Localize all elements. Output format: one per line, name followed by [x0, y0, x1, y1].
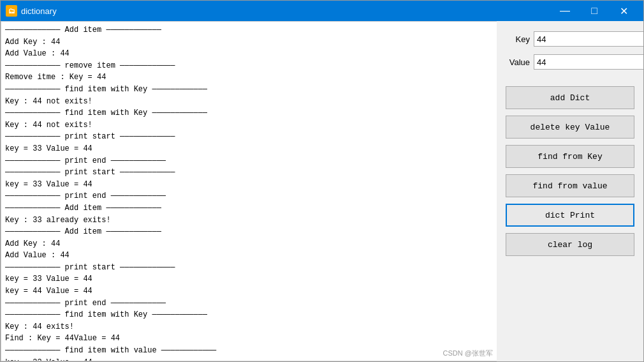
main-window: 🗂 dictionary — □ ✕ ———————————— Add item…	[0, 0, 644, 362]
key-input[interactable]	[534, 31, 643, 47]
content-area: ———————————— Add item ———————————— Add K…	[1, 21, 643, 361]
log-area: ———————————— Add item ———————————— Add K…	[1, 21, 497, 361]
window-title: dictionary	[21, 6, 550, 16]
app-icon: 🗂	[6, 5, 17, 17]
maximize-button[interactable]: □	[580, 1, 609, 21]
delete-key-value-button[interactable]: delete key Value	[506, 116, 634, 139]
window-controls: — □ ✕	[550, 1, 638, 21]
value-label: Value	[506, 57, 530, 67]
key-field-row: Key	[506, 31, 634, 47]
clear-log-button[interactable]: clear log	[506, 233, 634, 256]
watermark: CSDN @张世军	[443, 349, 493, 358]
value-input[interactable]	[534, 54, 643, 70]
sidebar: Key Value add Dict delete key Value find…	[497, 21, 643, 361]
key-label: Key	[506, 34, 530, 44]
log-output[interactable]: ———————————— Add item ———————————— Add K…	[1, 22, 497, 361]
add-dict-button[interactable]: add Dict	[506, 86, 634, 109]
minimize-button[interactable]: —	[550, 1, 580, 21]
find-from-value-button[interactable]: find from value	[506, 174, 634, 197]
title-bar: 🗂 dictionary — □ ✕	[1, 1, 643, 21]
value-field-row: Value	[506, 54, 634, 70]
dict-print-button[interactable]: dict Print	[506, 204, 634, 227]
find-from-key-button[interactable]: find from Key	[506, 145, 634, 168]
close-button[interactable]: ✕	[609, 1, 638, 21]
